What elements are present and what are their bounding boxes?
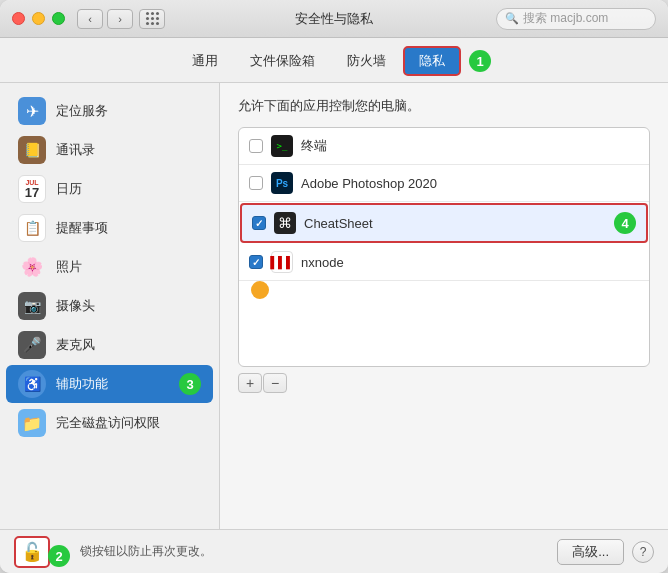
app-name-photoshop: Adobe Photoshop 2020	[301, 176, 437, 191]
badge-2: 2	[48, 545, 70, 567]
advanced-button[interactable]: 高级...	[557, 539, 624, 565]
app-item-terminal[interactable]: >_ 终端	[239, 128, 649, 165]
cheatsheet-icon: ⌘	[274, 212, 296, 234]
sidebar: ✈ 定位服务 📒 通讯录 JUL 17 日历 📋 提醒事项	[0, 83, 220, 529]
checkbox-cheatsheet[interactable]: ✓	[252, 216, 266, 230]
remove-app-button[interactable]: −	[263, 373, 287, 393]
app-item-nxnode[interactable]: ✓ ▌▌▌ nxnode	[239, 244, 649, 281]
checkbox-photoshop[interactable]	[249, 176, 263, 190]
close-button[interactable]	[12, 12, 25, 25]
terminal-icon: >_	[271, 135, 293, 157]
panel-description: 允许下面的应用控制您的电脑。	[238, 97, 650, 115]
sidebar-label-reminders: 提醒事项	[56, 219, 108, 237]
tab-firewall[interactable]: 防火墙	[332, 47, 401, 75]
titlebar: ‹ › 安全性与隐私 🔍 搜索 macjb.com	[0, 0, 668, 38]
help-button[interactable]: ?	[632, 541, 654, 563]
right-panel: 允许下面的应用控制您的电脑。 >_ 终端 Ps Adobe Photoshop …	[220, 83, 668, 529]
lock-text: 锁按钮以防止再次更改。	[80, 543, 212, 560]
badge-1: 1	[469, 50, 491, 72]
bottom-bar: 🔓 2 锁按钮以防止再次更改。 高级... ?	[0, 529, 668, 573]
tab-privacy[interactable]: 隐私	[403, 46, 461, 76]
badge-4: 4	[614, 212, 636, 234]
reminders-icon: 📋	[18, 214, 46, 242]
sidebar-label-contacts: 通讯录	[56, 141, 95, 159]
sidebar-item-reminders[interactable]: 📋 提醒事项	[6, 209, 213, 247]
contacts-icon: 📒	[18, 136, 46, 164]
tab-general[interactable]: 通用	[177, 47, 233, 75]
app-item-photoshop[interactable]: Ps Adobe Photoshop 2020	[239, 165, 649, 202]
sidebar-label-location: 定位服务	[56, 102, 108, 120]
add-app-button[interactable]: +	[238, 373, 262, 393]
sidebar-item-fulldisk[interactable]: 📁 完全磁盘访问权限	[6, 404, 213, 442]
tabs-bar: 通用 文件保险箱 防火墙 隐私 1	[0, 38, 668, 83]
window: ‹ › 安全性与隐私 🔍 搜索 macjb.com 通用 文件保险箱 防火墙 隐…	[0, 0, 668, 573]
sidebar-label-fulldisk: 完全磁盘访问权限	[56, 414, 160, 432]
microphone-icon: 🎤	[18, 331, 46, 359]
checkmark-nxnode: ✓	[252, 257, 260, 268]
fulldisk-icon: 📁	[18, 409, 46, 437]
main-content: ✈ 定位服务 📒 通讯录 JUL 17 日历 📋 提醒事项	[0, 83, 668, 529]
app-item-partial	[239, 281, 649, 299]
camera-icon: 📷	[18, 292, 46, 320]
accessibility-icon: ♿	[18, 370, 46, 398]
sidebar-label-microphone: 麦克风	[56, 336, 95, 354]
sidebar-label-accessibility: 辅助功能	[56, 375, 108, 393]
window-title: 安全性与隐私	[295, 10, 373, 28]
nxnode-icon: ▌▌▌	[271, 251, 293, 273]
app-item-cheatsheet[interactable]: ✓ ⌘ CheatSheet 4	[240, 203, 648, 243]
sidebar-item-location[interactable]: ✈ 定位服务	[6, 92, 213, 130]
minimize-button[interactable]	[32, 12, 45, 25]
search-icon: 🔍	[505, 12, 519, 25]
sidebar-item-microphone[interactable]: 🎤 麦克风	[6, 326, 213, 364]
nav-buttons: ‹ ›	[77, 9, 133, 29]
sidebar-label-photos: 照片	[56, 258, 82, 276]
sidebar-item-accessibility[interactable]: ♿ 辅助功能 3	[6, 365, 213, 403]
sidebar-item-photos[interactable]: 🌸 照片	[6, 248, 213, 286]
badge-3: 3	[179, 373, 201, 395]
apps-list: >_ 终端 Ps Adobe Photoshop 2020 ✓ ⌘ CheatS	[238, 127, 650, 367]
grid-button[interactable]	[139, 9, 165, 29]
photoshop-icon: Ps	[271, 172, 293, 194]
sidebar-label-camera: 摄像头	[56, 297, 95, 315]
search-input-placeholder: 搜索 macjb.com	[523, 10, 608, 27]
app-name-nxnode: nxnode	[301, 255, 344, 270]
lock-button[interactable]: 🔓	[14, 536, 50, 568]
checkbox-nxnode[interactable]: ✓	[249, 255, 263, 269]
tab-filevault[interactable]: 文件保险箱	[235, 47, 330, 75]
sidebar-label-calendar: 日历	[56, 180, 82, 198]
maximize-button[interactable]	[52, 12, 65, 25]
checkbox-terminal[interactable]	[249, 139, 263, 153]
location-icon: ✈	[18, 97, 46, 125]
sidebar-item-contacts[interactable]: 📒 通讯录	[6, 131, 213, 169]
sidebar-item-calendar[interactable]: JUL 17 日历	[6, 170, 213, 208]
search-bar[interactable]: 🔍 搜索 macjb.com	[496, 8, 656, 30]
checkmark-cheatsheet: ✓	[255, 218, 263, 229]
calendar-icon: JUL 17	[18, 175, 46, 203]
app-name-cheatsheet: CheatSheet	[304, 216, 373, 231]
photos-icon: 🌸	[18, 253, 46, 281]
sidebar-item-camera[interactable]: 📷 摄像头	[6, 287, 213, 325]
forward-button[interactable]: ›	[107, 9, 133, 29]
app-name-terminal: 终端	[301, 137, 327, 155]
list-controls: + −	[238, 373, 650, 393]
back-button[interactable]: ‹	[77, 9, 103, 29]
traffic-lights	[12, 12, 65, 25]
